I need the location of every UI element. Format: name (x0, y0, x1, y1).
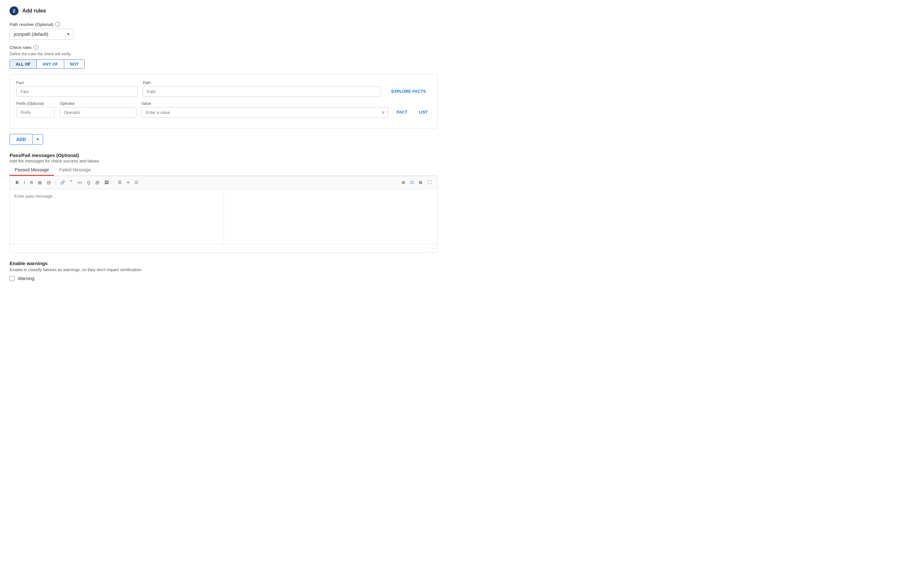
table-button[interactable]: ⊞ (36, 179, 44, 186)
editor-main (10, 189, 224, 244)
path-resolver-select[interactable]: jsonpath (default) jsonpath xpath (10, 29, 74, 40)
table2-button[interactable]: ⊟ (45, 179, 53, 186)
toolbar-right: ⊞ ⊡ ⊠ ⛶ (400, 179, 434, 186)
step-badge: 2 (10, 6, 18, 15)
mention-button[interactable]: @ (93, 179, 101, 186)
add-main-button[interactable]: ADD (10, 134, 32, 145)
list-button[interactable]: LIST (416, 107, 431, 117)
explore-facts-button[interactable]: EXPLORE FACTS (386, 86, 431, 96)
toolbar-separator-1 (55, 180, 56, 185)
clear-value-icon[interactable]: ✕ (381, 110, 385, 115)
add-dropdown-button[interactable]: ▼ (32, 134, 43, 144)
path-resolver-label: Path resolver (Optional) (10, 22, 53, 27)
check-rules-info-icon[interactable]: i (33, 45, 39, 50)
quote-button[interactable]: " (68, 179, 74, 186)
fact-button[interactable]: FACT (393, 107, 411, 117)
operator-field-label: Operator (60, 101, 136, 106)
editor-body (10, 189, 437, 244)
fact-input[interactable] (16, 86, 138, 97)
pass-fail-title: Pass/Fail messages (Optional) (10, 152, 438, 158)
tab-failed-message[interactable]: Failed Message (54, 165, 96, 176)
section-title: Add rules (22, 8, 46, 14)
pass-fail-section: Pass/Fail messages (Optional) Add the me… (10, 152, 438, 253)
editor-resize-handle[interactable]: ··· (10, 244, 437, 253)
prefix-input[interactable] (16, 107, 55, 118)
italic-button[interactable]: I (22, 179, 27, 186)
pass-fail-description: Add the messages for check success and f… (10, 159, 438, 163)
toggle-any-of[interactable]: ANY OF (37, 60, 64, 68)
full-width-button[interactable]: ⊠ (417, 179, 424, 186)
warning-label[interactable]: Warning (18, 276, 34, 281)
link-button[interactable]: 🔗 (58, 179, 67, 186)
path-input[interactable] (143, 86, 381, 97)
strikethrough-button[interactable]: S (28, 179, 35, 186)
check-list-button[interactable]: ☑ (133, 179, 140, 186)
preview-button[interactable]: ⊡ (408, 179, 416, 186)
fact-list-buttons: FACT LIST (393, 107, 431, 117)
check-rules-label: Check rules (10, 45, 32, 50)
pass-fail-tabs: Passed Message Failed Message (10, 165, 438, 176)
check-rules-toggle-group: ALL OF ANY OF NOT (10, 59, 85, 69)
value-input[interactable] (141, 107, 388, 118)
warning-checkbox[interactable] (10, 276, 15, 281)
warning-checkbox-row: Warning (10, 276, 438, 281)
editor-toolbar: B I S ⊞ ⊟ 🔗 " </> {} @ 🖼 ☰ ≡ ☑ ⊞ ⊡ ⊠ (10, 176, 437, 189)
fact-field-label: Fact (16, 81, 138, 85)
split-view-button[interactable]: ⊞ (400, 179, 407, 186)
editor-container: B I S ⊞ ⊟ 🔗 " </> {} @ 🖼 ☰ ≡ ☑ ⊞ ⊡ ⊠ (10, 176, 438, 253)
bold-button[interactable]: B (14, 179, 21, 186)
operator-input[interactable] (60, 107, 136, 118)
enable-warnings-title: Enable warnings (10, 260, 438, 266)
enable-warnings-section: Enable warnings Enable to classify failu… (10, 260, 438, 281)
image-button[interactable]: 🖼 (102, 179, 111, 186)
numbered-list-button[interactable]: ≡ (125, 179, 131, 186)
toggle-all-of[interactable]: ALL OF (10, 60, 37, 68)
prefix-field-label: Prefix (Optional) (16, 101, 55, 106)
editor-preview (224, 189, 438, 244)
embed-button[interactable]: {} (85, 179, 92, 186)
toggle-not[interactable]: NOT (64, 60, 84, 68)
path-field-label: Path (143, 81, 381, 85)
code-button[interactable]: </> (75, 180, 84, 185)
enable-warnings-description: Enable to classify failures as warnings,… (10, 267, 438, 272)
rule-card: Fact Path EXPLORE FACTS Prefix (Optional… (10, 74, 438, 129)
pass-message-textarea[interactable] (14, 194, 219, 239)
check-rules-description: Define the rules the check will verify. (10, 52, 438, 56)
bullet-list-button[interactable]: ☰ (116, 179, 124, 186)
fullscreen-button[interactable]: ⛶ (426, 179, 434, 186)
path-resolver-info-icon[interactable]: i (55, 22, 60, 27)
add-button-group: ADD ▼ (10, 134, 438, 145)
value-field-label: Value (141, 101, 388, 106)
tab-passed-message[interactable]: Passed Message (10, 165, 54, 176)
